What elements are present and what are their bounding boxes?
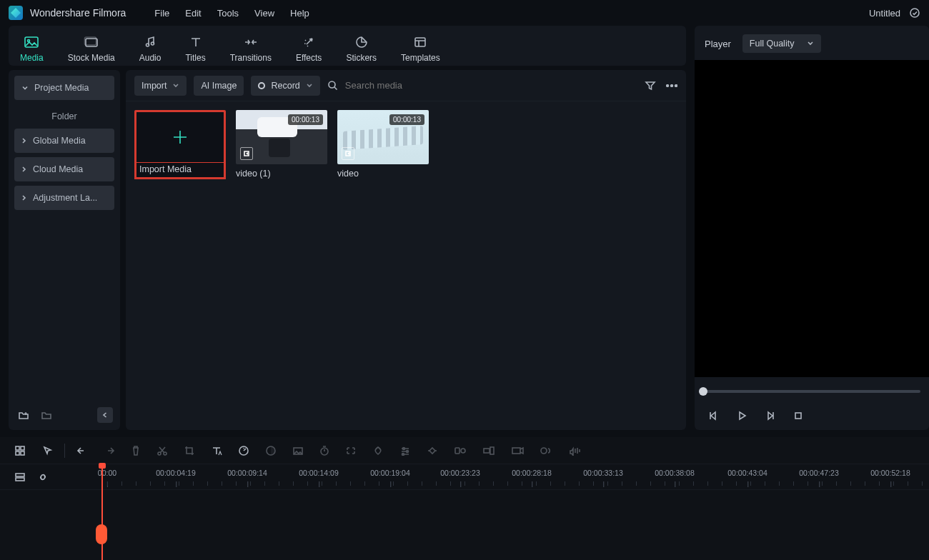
media-clip-video[interactable]: 00:00:13 video bbox=[337, 110, 429, 179]
svg-rect-16 bbox=[21, 451, 24, 455]
chevron-right-icon bbox=[21, 166, 27, 173]
menu-tools[interactable]: Tools bbox=[217, 8, 239, 19]
nav-stickers[interactable]: Stickers bbox=[346, 34, 377, 63]
ruler-tick: 00:00:33:13 bbox=[583, 469, 622, 477]
greenscreen-icon[interactable] bbox=[292, 446, 304, 456]
player-scrubber[interactable] bbox=[703, 381, 920, 401]
timeline-playhead[interactable] bbox=[101, 464, 103, 560]
text-icon[interactable] bbox=[211, 445, 222, 456]
sidebar-global-label: Global Media bbox=[33, 136, 86, 146]
speed-icon[interactable] bbox=[238, 445, 249, 456]
clip-duration: 00:00:13 bbox=[288, 114, 323, 125]
svg-point-18 bbox=[164, 452, 167, 455]
nav-audio-label: Audio bbox=[139, 53, 162, 63]
track-manager-icon[interactable] bbox=[14, 472, 26, 482]
clip-label: video (1) bbox=[236, 169, 327, 179]
record-label: Record bbox=[271, 81, 299, 91]
stock-icon bbox=[84, 34, 99, 50]
adjust-icon[interactable] bbox=[399, 446, 411, 456]
folder-icon[interactable] bbox=[39, 407, 54, 423]
ruler-tick: 00:00:43:04 bbox=[727, 469, 767, 477]
nav-transitions[interactable]: Transitions bbox=[230, 34, 272, 63]
nav-media-label: Media bbox=[20, 53, 44, 63]
svg-point-8 bbox=[329, 81, 335, 88]
nav-audio[interactable]: Audio bbox=[139, 34, 162, 63]
search-media[interactable] bbox=[327, 79, 637, 91]
player-label: Player bbox=[705, 39, 731, 49]
menu-edit[interactable]: Edit bbox=[185, 8, 201, 19]
nav-templates[interactable]: Templates bbox=[401, 34, 440, 63]
audio-mix-icon[interactable] bbox=[568, 446, 581, 456]
prev-frame-icon[interactable] bbox=[707, 410, 719, 421]
ruler-tick: 00:00:23:23 bbox=[440, 469, 480, 477]
nav-titles[interactable]: Titles bbox=[185, 34, 205, 63]
search-input[interactable] bbox=[344, 79, 637, 91]
import-media-card[interactable]: Import Media bbox=[134, 110, 226, 181]
tool-b-icon[interactable] bbox=[482, 446, 495, 456]
nav-templates-label: Templates bbox=[401, 53, 440, 63]
nav-stock-media[interactable]: Stock Media bbox=[68, 34, 115, 63]
quality-label: Full Quality bbox=[750, 39, 795, 49]
more-icon[interactable] bbox=[666, 84, 677, 87]
fit-icon[interactable] bbox=[345, 446, 357, 456]
next-frame-icon[interactable] bbox=[765, 410, 776, 421]
media-grid: Import Media 00:00:13 video (1) 00:00:13… bbox=[126, 101, 686, 189]
svg-point-5 bbox=[146, 44, 149, 46]
collapse-sidebar-icon[interactable] bbox=[97, 407, 113, 423]
media-icon bbox=[24, 34, 39, 50]
ruler-tick: 00:00:04:19 bbox=[156, 469, 195, 477]
sidebar-folder-label: Folder bbox=[51, 111, 76, 121]
layout-icon[interactable] bbox=[14, 445, 26, 456]
nav-effects-label: Effects bbox=[296, 53, 322, 63]
timeline-ruler[interactable]: 00:00 00:00:04:19 00:00:09:14 00:00:14:0… bbox=[94, 464, 929, 490]
pointer-icon[interactable] bbox=[41, 445, 53, 456]
nav-effects[interactable]: Effects bbox=[296, 34, 322, 63]
svg-point-6 bbox=[151, 42, 154, 45]
sidebar-project-media[interactable]: Project Media bbox=[14, 76, 114, 100]
color-icon[interactable] bbox=[265, 445, 277, 456]
sidebar-global-media[interactable]: Global Media bbox=[14, 129, 114, 153]
mask-icon[interactable] bbox=[372, 445, 384, 456]
sidebar-adjustment-layer[interactable]: Adjustment La... bbox=[14, 186, 114, 210]
keyframe-icon[interactable] bbox=[427, 446, 438, 456]
tool-d-icon[interactable] bbox=[540, 446, 552, 456]
chevron-down-icon bbox=[807, 41, 814, 46]
menu-help[interactable]: Help bbox=[290, 8, 309, 19]
player-viewport[interactable] bbox=[695, 60, 929, 377]
ai-image-button[interactable]: AI Image bbox=[194, 76, 244, 96]
add-to-timeline-icon[interactable] bbox=[342, 147, 354, 160]
stickers-icon bbox=[354, 34, 369, 50]
split-icon[interactable] bbox=[157, 445, 168, 456]
quality-dropdown[interactable]: Full Quality bbox=[742, 34, 821, 53]
tool-a-icon[interactable] bbox=[454, 446, 467, 456]
record-dropdown[interactable]: Record bbox=[251, 76, 319, 96]
svg-rect-32 bbox=[16, 474, 24, 476]
undo-icon[interactable] bbox=[76, 446, 88, 456]
filter-icon[interactable] bbox=[645, 80, 656, 91]
audio-icon bbox=[143, 34, 157, 50]
stop-icon[interactable] bbox=[793, 411, 803, 421]
sidebar-cloud-label: Cloud Media bbox=[33, 164, 83, 174]
add-to-timeline-icon[interactable] bbox=[240, 147, 253, 160]
nav-media[interactable]: Media bbox=[20, 34, 44, 63]
new-folder-icon[interactable] bbox=[16, 407, 31, 423]
sidebar-folder[interactable]: Folder bbox=[14, 104, 114, 129]
clip-thumb: 00:00:13 bbox=[236, 110, 327, 164]
redo-icon[interactable] bbox=[104, 446, 115, 456]
delete-icon[interactable] bbox=[131, 445, 141, 456]
ruler-tick: 00:00:09:14 bbox=[227, 469, 267, 477]
timer-icon[interactable] bbox=[319, 445, 329, 456]
ruler-tick: 00:00:52:18 bbox=[870, 469, 910, 477]
menu-view[interactable]: View bbox=[254, 8, 274, 19]
sidebar-cloud-media[interactable]: Cloud Media bbox=[14, 157, 114, 181]
app-logo bbox=[9, 6, 23, 20]
svg-rect-12 bbox=[795, 413, 801, 419]
crop-icon[interactable] bbox=[184, 445, 195, 456]
link-icon[interactable] bbox=[37, 471, 49, 483]
import-dropdown[interactable]: Import bbox=[134, 76, 187, 96]
play-icon[interactable] bbox=[736, 410, 747, 421]
media-clip-video-1[interactable]: 00:00:13 video (1) bbox=[236, 110, 327, 179]
tool-c-icon[interactable] bbox=[511, 446, 524, 456]
menu-file[interactable]: File bbox=[154, 8, 169, 19]
titlebar: Wondershare Filmora File Edit Tools View… bbox=[0, 0, 929, 26]
